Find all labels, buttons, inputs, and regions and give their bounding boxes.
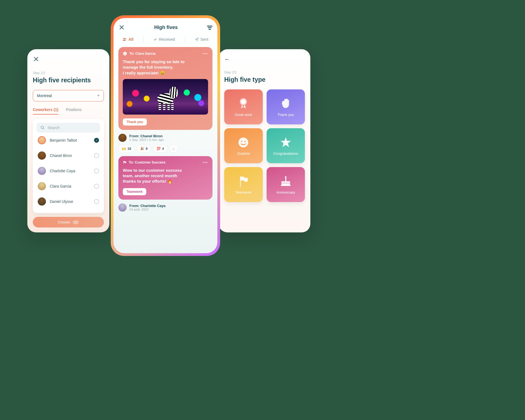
reactions-row: 🙌16 🎉8 💯4 ☺: [118, 145, 212, 153]
coworker-row[interactable]: Clara Garcia: [37, 179, 100, 194]
coworker-name: Benjamin Talbot: [50, 138, 90, 142]
search-placeholder: Search: [48, 126, 60, 130]
svg-point-0: [41, 126, 43, 129]
coworker-name: Clara Garcia: [50, 184, 90, 188]
choose-label: Choose: [58, 220, 70, 224]
radio-unchecked[interactable]: [94, 153, 99, 158]
close-icon[interactable]: [33, 56, 39, 62]
coworker-row[interactable]: Chanel Biron: [37, 148, 100, 163]
smile-icon: [123, 51, 127, 56]
svg-rect-9: [285, 178, 286, 181]
svg-rect-17: [123, 161, 124, 164]
tab-all[interactable]: All: [122, 36, 134, 43]
high-fives-feed-panel: High fives All Received Sent: [113, 18, 217, 253]
avatar: [38, 167, 46, 175]
card-message: Wow to our customer success team, anothe…: [123, 168, 208, 184]
svg-point-15: [124, 53, 125, 54]
step-indicator: Step 1/3: [33, 71, 104, 75]
feed-header: High fives: [118, 24, 212, 31]
type-panel: ← Step 2/3 High five type Great work Tha…: [219, 49, 310, 232]
avatar: [118, 134, 127, 142]
type-label: Thank you: [277, 113, 294, 117]
reaction-pill[interactable]: 🙌16: [118, 145, 135, 153]
feed-tabs: All Received Sent: [118, 36, 212, 43]
radio-unchecked[interactable]: [94, 184, 99, 189]
medal-icon: [237, 97, 250, 110]
type-thank-you[interactable]: Thank you: [267, 89, 305, 124]
type-label: Grateful: [237, 151, 250, 156]
svg-rect-11: [281, 185, 291, 186]
choose-button[interactable]: Choose 1: [33, 217, 104, 228]
avatar: [38, 151, 46, 160]
type-grid: Great work Thank you Grateful Congratula…: [224, 89, 305, 202]
people-icon: [122, 37, 127, 42]
radio-unchecked[interactable]: [94, 199, 99, 204]
more-icon[interactable]: •••: [203, 161, 208, 164]
avatar: [38, 182, 46, 190]
star-icon: [279, 136, 292, 149]
reaction-pill[interactable]: 💯4: [153, 145, 167, 153]
send-icon: [195, 37, 199, 41]
coworker-list-card: Search Benjamin Talbot ✓ Chanel Biron Ch…: [33, 119, 104, 213]
add-reaction-button[interactable]: ☺: [170, 145, 178, 153]
card-tag[interactable]: Thank you: [123, 118, 147, 126]
choose-count-badge: 1: [73, 220, 79, 224]
back-arrow-icon[interactable]: ←: [224, 56, 230, 63]
close-icon[interactable]: [118, 24, 125, 31]
svg-point-10: [285, 176, 286, 178]
card-message: Thank you for staying so late to manage …: [123, 59, 208, 76]
feed-title: High fives: [154, 25, 178, 30]
from-timestamp: 24 août. 2022: [129, 208, 165, 211]
tab-positions[interactable]: Positions: [66, 107, 81, 115]
coworker-row[interactable]: Benjamin Talbot ✓: [37, 133, 100, 148]
svg-point-3: [241, 99, 246, 104]
svg-point-12: [123, 38, 125, 39]
search-icon: [40, 126, 45, 130]
coworker-row[interactable]: Daniel Ulysse: [37, 194, 100, 209]
type-great-work[interactable]: Great work: [224, 89, 263, 124]
coworker-name: Daniel Ulysse: [50, 199, 90, 204]
radio-unchecked[interactable]: [94, 168, 99, 173]
svg-point-16: [125, 53, 126, 54]
from-timestamp: 1 Sep. 2022 • 5 min. ago: [129, 138, 164, 141]
high-five-card: To: Customer Success ••• Wow to our cust…: [118, 156, 212, 200]
type-grateful[interactable]: Grateful: [224, 128, 263, 163]
tab-coworkers[interactable]: Coworkers (1): [33, 107, 58, 115]
search-input[interactable]: Search: [37, 123, 100, 133]
center-phone-frame: High fives All Received Sent: [111, 15, 220, 256]
card-media: [123, 79, 208, 115]
coworker-name: Chanel Biron: [50, 153, 90, 158]
recipients-panel: Step 1/3 High five recipients Montreal C…: [27, 49, 109, 232]
type-label: Teamwork: [235, 190, 252, 194]
check-icon[interactable]: ✓: [94, 138, 99, 143]
reaction-pill[interactable]: 🎉8: [137, 145, 151, 153]
tab-sent[interactable]: Sent: [194, 36, 209, 43]
type-label: Great work: [235, 113, 252, 117]
coworker-row[interactable]: Charlotte Caya: [37, 163, 100, 179]
tab-received[interactable]: Received: [153, 36, 175, 43]
card-to-label: To: Customer Success: [129, 161, 166, 164]
avatar: [38, 197, 46, 206]
more-icon[interactable]: •••: [203, 52, 208, 56]
type-anniversary[interactable]: Anniversary: [267, 167, 305, 202]
smile-icon: [237, 136, 250, 149]
panel-title: High five type: [224, 76, 305, 83]
cake-icon: [279, 175, 292, 188]
type-teamwork[interactable]: Teamwork: [224, 167, 263, 202]
svg-point-14: [123, 52, 127, 55]
panel-title: High five recipients: [33, 77, 104, 84]
location-dropdown[interactable]: Montreal: [33, 90, 104, 101]
card-to-label: To: Clara Garcia: [129, 52, 156, 56]
flag-icon: [237, 175, 250, 188]
type-label: Congratulations: [273, 151, 298, 156]
check-icon: [153, 37, 157, 41]
svg-point-13: [125, 38, 126, 39]
flag-icon: [123, 161, 127, 164]
from-block: From: Chanel Biron 1 Sep. 2022 • 5 min. …: [118, 134, 212, 142]
card-tag[interactable]: Teamwork: [123, 188, 146, 195]
svg-point-6: [244, 141, 246, 142]
type-congratulations[interactable]: Congratulations: [267, 128, 305, 163]
tab-label: All: [129, 37, 133, 42]
filter-icon[interactable]: [207, 25, 212, 30]
step-indicator: Step 2/3: [224, 71, 305, 74]
